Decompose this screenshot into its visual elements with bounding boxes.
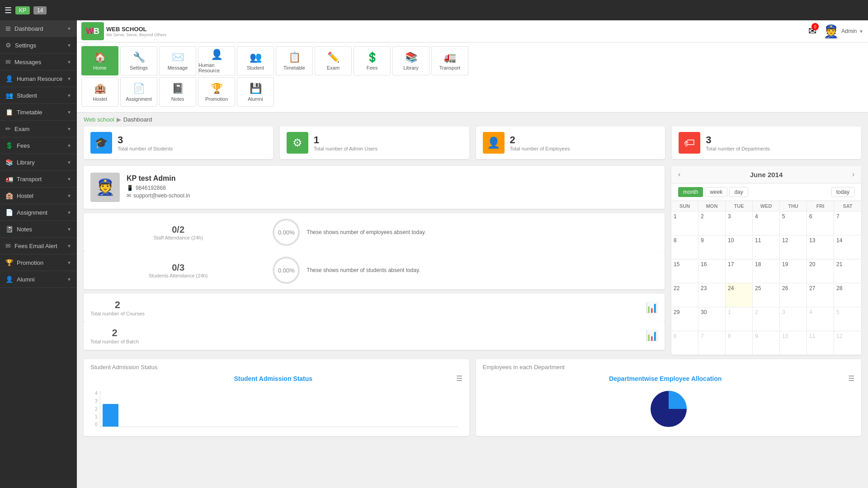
nav-btn-student[interactable]: 👥 Student [237, 46, 274, 75]
nav-btn-alumni[interactable]: 💾 Alumni [237, 77, 274, 107]
user-dropdown-icon[interactable]: ▼ [859, 29, 863, 34]
sidebar-item-left-notes: 📓 Notes [5, 225, 32, 233]
nav-btn-notes[interactable]: 📓 Notes [159, 77, 196, 107]
cal-cell-0-4[interactable]: 5 [780, 211, 807, 235]
sidebar-item-timetable[interactable]: 📋 Timetable ▼ [0, 104, 77, 121]
cal-cell-2-5[interactable]: 20 [807, 259, 834, 283]
cal-cell-2-2[interactable]: 17 [726, 259, 753, 283]
sidebar-item-fees-email-alert[interactable]: ✉ Fees Email Alert ▼ [0, 238, 77, 254]
pie-slice-2 [669, 391, 687, 409]
sidebar-label-hostel: Hostel [17, 192, 33, 199]
nav-btn-home[interactable]: 🏠 Home [81, 46, 118, 75]
sidebar-item-hostel[interactable]: 🏨 Hostel ▼ [0, 188, 77, 204]
top-bar-badge1: KP [15, 6, 30, 14]
nav-label-fees: Fees [367, 65, 377, 70]
cal-cell-5-1[interactable]: 7 [698, 331, 726, 355]
cal-cell-0-1[interactable]: 2 [698, 211, 726, 235]
nav-btn-hostel[interactable]: 🏨 Hostel [81, 77, 118, 107]
profile-info: KP test Admin 📱 9846192868 ✉ support@web… [127, 174, 190, 200]
cal-cell-0-2[interactable]: 3 [726, 211, 753, 235]
cal-cell-0-3[interactable]: 4 [753, 211, 780, 235]
dept-chart-menu[interactable]: ☰ [848, 374, 854, 383]
sidebar-item-exam[interactable]: ✏ Exam ▼ [0, 121, 77, 137]
cal-cell-4-0[interactable]: 29 [671, 307, 698, 331]
sidebar-item-transport[interactable]: 🚛 Transport ▼ [0, 171, 77, 188]
cal-cell-5-5[interactable]: 11 [807, 331, 834, 355]
cal-today-btn[interactable]: today [831, 187, 854, 197]
cal-cell-1-3[interactable]: 11 [753, 235, 780, 259]
stat-icon-admin-users: ⚙ [287, 132, 308, 154]
cal-cell-3-5[interactable]: 27 [807, 283, 834, 307]
nav-right: ✉ 0 👮 Admin ▼ [808, 24, 863, 39]
nav-btn-settings[interactable]: 🔧 Settings [120, 46, 157, 75]
sidebar-item-notes[interactable]: 📓 Notes ▼ [0, 221, 77, 238]
cal-week-btn[interactable]: week [705, 187, 727, 197]
cal-cell-5-4[interactable]: 10 [780, 331, 807, 355]
breadcrumb-root[interactable]: Web school [84, 116, 114, 123]
cal-cell-3-2[interactable]: 24 [726, 283, 753, 307]
cal-cell-5-6[interactable]: 12 [834, 331, 861, 355]
cal-cell-1-1[interactable]: 9 [698, 235, 726, 259]
sidebar-item-human-resource[interactable]: 👤 Human Resource ▼ [0, 70, 77, 87]
cal-cell-2-3[interactable]: 18 [753, 259, 780, 283]
nav-btn-timetable[interactable]: 📋 Timetable [276, 46, 313, 75]
cal-cell-1-5[interactable]: 13 [807, 235, 834, 259]
sidebar-item-messages[interactable]: ✉ Messages ▼ [0, 54, 77, 70]
calendar-next[interactable]: › [852, 170, 854, 178]
cal-cell-1-0[interactable]: 8 [671, 235, 698, 259]
cal-cell-3-3[interactable]: 25 [753, 283, 780, 307]
cal-cell-3-6[interactable]: 28 [834, 283, 861, 307]
cal-cell-1-6[interactable]: 14 [834, 235, 861, 259]
cal-cell-0-0[interactable]: 1 [671, 211, 698, 235]
notification-bell[interactable]: ✉ 0 [808, 25, 816, 37]
cal-cell-5-2[interactable]: 8 [726, 331, 753, 355]
cal-day-btn[interactable]: day [729, 187, 748, 197]
sidebar-icon-notes: 📓 [5, 225, 13, 233]
calendar-title: June 2014 [750, 171, 783, 178]
sidebar-item-student[interactable]: 👥 Student ▼ [0, 87, 77, 104]
sidebar-item-dashboard[interactable]: ⊞ Dashboard ▼ [0, 20, 77, 37]
cal-cell-3-4[interactable]: 26 [780, 283, 807, 307]
cal-cell-1-2[interactable]: 10 [726, 235, 753, 259]
cal-cell-4-1[interactable]: 30 [698, 307, 726, 331]
user-avatar[interactable]: 👮 Admin ▼ [823, 24, 863, 39]
nav-btn-human-resource[interactable]: 👤 Human Resource [198, 46, 235, 75]
sidebar-item-left-library: 📚 Library [5, 159, 35, 166]
sidebar-item-assignment[interactable]: 📄 Assignment ▼ [0, 204, 77, 221]
sidebar-item-promotion[interactable]: 🏆 Promotion ▼ [0, 254, 77, 271]
cal-cell-5-0[interactable]: 6 [671, 331, 698, 355]
sidebar-chevron-assignment: ▼ [67, 210, 71, 215]
logo-title: WEB SCHOOL [106, 26, 166, 33]
calendar-prev[interactable]: ‹ [678, 170, 680, 178]
sidebar-item-settings[interactable]: ⚙ Settings ▼ [0, 37, 77, 54]
cal-cell-0-5[interactable]: 6 [807, 211, 834, 235]
cal-cell-4-3[interactable]: 2 [753, 307, 780, 331]
dept-chart-title: Employees in each Department [483, 364, 855, 371]
cal-month-btn[interactable]: month [678, 187, 703, 197]
nav-btn-transport[interactable]: 🚛 Transport [431, 46, 468, 75]
cal-cell-5-3[interactable]: 9 [753, 331, 780, 355]
nav-btn-promotion[interactable]: 🏆 Promotion [198, 77, 235, 107]
cal-cell-2-1[interactable]: 16 [698, 259, 726, 283]
nav-btn-exam[interactable]: ✏️ Exam [315, 46, 352, 75]
cal-cell-3-0[interactable]: 22 [671, 283, 698, 307]
nav-btn-assignment[interactable]: 📄 Assignment [120, 77, 157, 107]
nav-btn-library[interactable]: 📚 Library [392, 46, 429, 75]
sidebar-item-fees[interactable]: 💲 Fees ▼ [0, 137, 77, 154]
admission-chart-menu[interactable]: ☰ [456, 374, 462, 383]
cal-cell-4-6[interactable]: 5 [834, 307, 861, 331]
cal-cell-4-4[interactable]: 3 [780, 307, 807, 331]
cal-cell-2-0[interactable]: 15 [671, 259, 698, 283]
cal-cell-0-6[interactable]: 7 [834, 211, 861, 235]
cal-cell-2-6[interactable]: 21 [834, 259, 861, 283]
cal-cell-1-4[interactable]: 12 [780, 235, 807, 259]
sidebar-item-alumni[interactable]: 👤 Alumni ▼ [0, 271, 77, 288]
cal-cell-4-2[interactable]: 1 [726, 307, 753, 331]
cal-cell-3-1[interactable]: 23 [698, 283, 726, 307]
hamburger-icon[interactable]: ☰ [5, 5, 12, 15]
sidebar-item-library[interactable]: 📚 Library ▼ [0, 154, 77, 171]
nav-btn-message[interactable]: ✉️ Message [159, 46, 196, 75]
nav-btn-fees[interactable]: 💲 Fees [354, 46, 391, 75]
cal-cell-4-5[interactable]: 4 [807, 307, 834, 331]
cal-cell-2-4[interactable]: 19 [780, 259, 807, 283]
